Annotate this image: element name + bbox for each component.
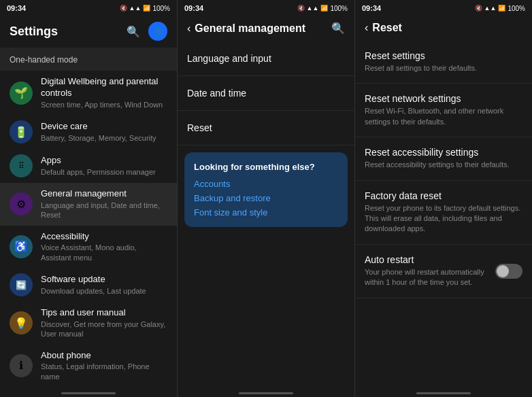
nav-header-left: ‹ General management bbox=[187, 22, 305, 35]
software-update-icon: 🔄 bbox=[10, 273, 33, 296]
battery-2: 100% bbox=[330, 5, 348, 12]
status-bar-1: 09:34 🔇 ▲▲ 📶 100% bbox=[0, 0, 177, 16]
bottom-indicator-1 bbox=[61, 392, 116, 394]
search-icon-2[interactable]: 🔍 bbox=[331, 22, 345, 35]
reset-accessibility-item[interactable]: Reset accessibility settings Reset acces… bbox=[355, 137, 532, 180]
looking-link-accounts[interactable]: Accounts bbox=[194, 179, 338, 189]
phone-icon-1: 🔇 bbox=[120, 5, 127, 12]
bottom-bar-1 bbox=[0, 389, 177, 397]
status-icons-3: 🔇 ▲▲ 📶 100% bbox=[475, 5, 525, 12]
auto-restart-item[interactable]: Auto restart Your phone will restart aut… bbox=[355, 245, 532, 298]
reset-nav-left: ‹ Reset bbox=[365, 22, 402, 34]
status-icons-1: 🔇 ▲▲ 📶 100% bbox=[120, 5, 170, 12]
battery-1: 100% bbox=[152, 5, 170, 12]
settings-item-device-care[interactable]: 🔋 Device care Battery, Storage, Memory, … bbox=[0, 115, 177, 149]
wifi-icon-2: 📶 bbox=[320, 5, 328, 12]
reset-settings-title: Reset settings bbox=[365, 50, 522, 61]
reset-accessibility-sub: Reset accessibility settings to their de… bbox=[365, 160, 522, 170]
device-care-label: Device care bbox=[41, 121, 167, 133]
general-mgmt-label: General management bbox=[41, 188, 167, 200]
apps-sublabel: Default apps, Permission manager bbox=[41, 167, 167, 177]
reset-panel: 09:34 🔇 ▲▲ 📶 100% ‹ Reset Reset settings… bbox=[355, 0, 532, 397]
settings-item-general-management[interactable]: ⚙ General management Language and input,… bbox=[0, 183, 177, 225]
auto-restart-sub: Your phone will restart automatically wi… bbox=[365, 267, 495, 288]
general-mgmt-sublabel: Language and input, Date and time, Reset bbox=[41, 201, 167, 220]
general-mgmt-header: ‹ General management 🔍 bbox=[178, 16, 354, 41]
back-button-3[interactable]: ‹ bbox=[365, 22, 368, 34]
digital-wellbeing-text: Digital Wellbeing and parental controls … bbox=[41, 76, 167, 109]
gm-language-label: Language and input bbox=[187, 53, 271, 64]
signal-icon-2: ▲▲ bbox=[307, 5, 319, 12]
status-time-1: 09:34 bbox=[7, 4, 26, 12]
reset-title: Reset bbox=[372, 22, 402, 34]
digital-wellbeing-icon: 🌱 bbox=[10, 82, 33, 105]
factory-reset-item[interactable]: Factory data reset Reset your phone to i… bbox=[355, 181, 532, 245]
auto-restart-toggle[interactable] bbox=[495, 264, 522, 279]
settings-item-accessibility[interactable]: ♿ Accessibility Voice Assistant, Mono au… bbox=[0, 226, 177, 268]
gm-item-datetime[interactable]: Date and time bbox=[178, 76, 354, 111]
settings-title: Settings bbox=[10, 24, 58, 39]
about-phone-sublabel: Status, Legal information, Phone name bbox=[41, 362, 167, 381]
settings-panel: 09:34 🔇 ▲▲ 📶 100% Settings 🔍 👤 One-hande… bbox=[0, 0, 178, 397]
settings-item-tips[interactable]: 💡 Tips and user manual Discover, Get mor… bbox=[0, 302, 177, 344]
looking-link-backup[interactable]: Backup and restore bbox=[194, 193, 338, 203]
wifi-icon-3: 📶 bbox=[498, 5, 505, 12]
general-mgmt-icon: ⚙ bbox=[10, 192, 33, 215]
bottom-indicator-2 bbox=[239, 392, 293, 394]
device-care-sublabel: Battery, Storage, Memory, Security bbox=[41, 133, 167, 143]
software-update-label: Software update bbox=[41, 274, 167, 286]
back-button-2[interactable]: ‹ bbox=[187, 22, 190, 35]
gm-reset-label: Reset bbox=[187, 122, 212, 133]
about-phone-text: About phone Status, Legal information, P… bbox=[41, 350, 167, 381]
looking-link-font[interactable]: Font size and style bbox=[194, 207, 338, 218]
reset-network-item[interactable]: Reset network settings Reset Wi-Fi, Blue… bbox=[355, 84, 532, 137]
tips-text: Tips and user manual Discover, Get more … bbox=[41, 307, 167, 339]
status-bar-3: 09:34 🔇 ▲▲ 📶 100% bbox=[355, 0, 532, 16]
accessibility-icon: ♿ bbox=[10, 235, 33, 258]
apps-text: Apps Default apps, Permission manager bbox=[41, 155, 167, 177]
general-mgmt-list: Language and input Date and time Reset L… bbox=[178, 41, 354, 389]
signal-icon-1: ▲▲ bbox=[129, 5, 142, 12]
one-handed-label: One-handed mode bbox=[10, 55, 78, 65]
settings-item-about-phone[interactable]: ℹ About phone Status, Legal information,… bbox=[0, 345, 177, 387]
settings-item-apps[interactable]: ⠿ Apps Default apps, Permission manager bbox=[0, 149, 177, 183]
search-icon[interactable]: 🔍 bbox=[127, 25, 140, 38]
factory-reset-sub: Reset your phone to its factory default … bbox=[365, 203, 522, 235]
settings-header: Settings 🔍 👤 bbox=[0, 16, 177, 48]
looking-card: Looking for something else? Accounts Bac… bbox=[184, 152, 348, 227]
settings-item-digital-wellbeing[interactable]: 🌱 Digital Wellbeing and parental control… bbox=[0, 71, 177, 115]
settings-list: 🌱 Digital Wellbeing and parental control… bbox=[0, 71, 177, 389]
gm-item-language[interactable]: Language and input bbox=[178, 41, 354, 76]
gm-item-reset[interactable]: Reset bbox=[178, 111, 354, 145]
about-phone-label: About phone bbox=[41, 350, 167, 362]
general-mgmt-title: General management bbox=[195, 22, 305, 35]
signal-icon-3: ▲▲ bbox=[484, 5, 497, 12]
general-management-panel: 09:34 🔇 ▲▲ 📶 100% ‹ General management 🔍… bbox=[178, 0, 355, 397]
tips-icon: 💡 bbox=[10, 311, 33, 334]
profile-icon[interactable]: 👤 bbox=[148, 22, 167, 41]
digital-wellbeing-label: Digital Wellbeing and parental controls bbox=[41, 76, 167, 99]
one-handed-mode-item[interactable]: One-handed mode bbox=[0, 48, 177, 71]
accessibility-text: Accessibility Voice Assistant, Mono audi… bbox=[41, 231, 167, 262]
reset-network-title: Reset network settings bbox=[365, 93, 522, 104]
auto-restart-title: Auto restart bbox=[365, 254, 495, 265]
reset-accessibility-title: Reset accessibility settings bbox=[365, 147, 522, 158]
looking-title: Looking for something else? bbox=[194, 162, 338, 172]
device-care-text: Device care Battery, Storage, Memory, Se… bbox=[41, 121, 167, 143]
status-icons-2: 🔇 ▲▲ 📶 100% bbox=[297, 5, 348, 12]
status-time-2: 09:34 bbox=[184, 4, 203, 12]
reset-settings-item[interactable]: Reset settings Reset all settings to the… bbox=[355, 41, 532, 84]
settings-item-software-update[interactable]: 🔄 Software update Download updates, Last… bbox=[0, 268, 177, 302]
reset-network-sub: Reset Wi-Fi, Bluetooth, and other networ… bbox=[365, 106, 522, 127]
factory-reset-title: Factory data reset bbox=[365, 190, 522, 201]
phone-icon-2: 🔇 bbox=[297, 5, 305, 12]
apps-label: Apps bbox=[41, 155, 167, 167]
bottom-bar-3 bbox=[355, 389, 532, 397]
reset-list: Reset settings Reset all settings to the… bbox=[355, 41, 532, 389]
device-care-icon: 🔋 bbox=[10, 120, 33, 143]
bottom-bar-2 bbox=[178, 389, 354, 397]
software-update-text: Software update Download updates, Last u… bbox=[41, 274, 167, 296]
bottom-indicator-3 bbox=[416, 392, 471, 394]
battery-3: 100% bbox=[508, 5, 525, 12]
wifi-icon-1: 📶 bbox=[143, 5, 150, 12]
